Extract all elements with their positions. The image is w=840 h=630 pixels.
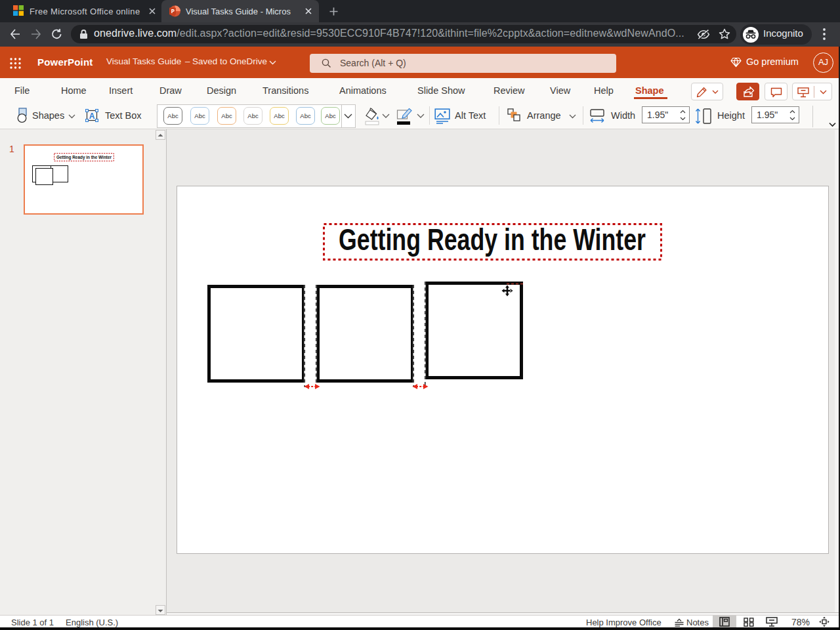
svg-text:Getting Ready in the Winter: Getting Ready in the Winter [339, 223, 646, 257]
svg-text:Getting Ready in the Winter: Getting Ready in the Winter [56, 154, 112, 160]
svg-text:A: A [89, 112, 95, 121]
